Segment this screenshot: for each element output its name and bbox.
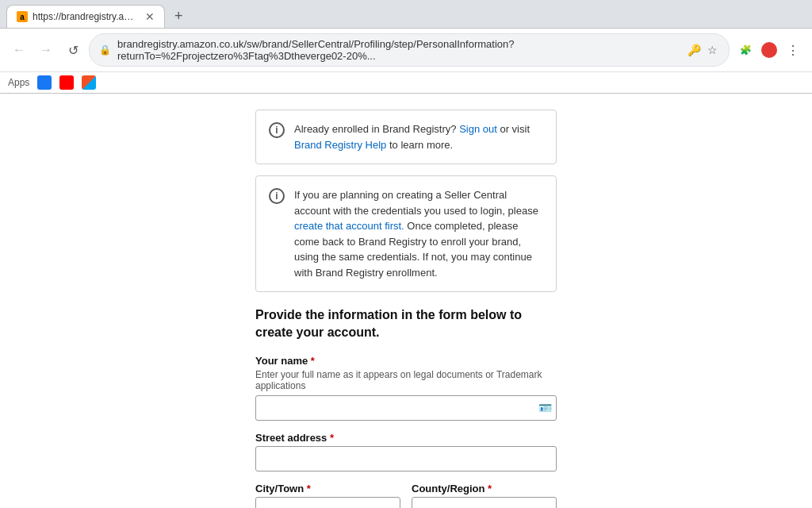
tab-bar: a https://brandregistry.amazon... ✕ + [0, 0, 812, 28]
lock-icon: 🔒 [99, 44, 111, 56]
street-address-label: Street address * [255, 432, 557, 444]
county-region-input[interactable] [412, 497, 557, 508]
brand-registry-help-link[interactable]: Brand Registry Help [294, 139, 386, 151]
navigation-bar: ← → ↺ 🔒 brandregistry.amazon.co.uk/sw/br… [0, 28, 812, 71]
county-region-label: County/Region * [412, 483, 557, 495]
back-button[interactable]: ← [8, 39, 30, 61]
info-box-seller-central: i If you are planning on creating a Sell… [255, 175, 557, 292]
tab-favicon: a [17, 11, 28, 22]
info-box-1-text-before: Already enrolled in Brand Registry? [294, 123, 457, 135]
your-name-group: Your name * Enter your full name as it a… [255, 355, 557, 421]
info-box-already-enrolled: i Already enrolled in Brand Registry? Si… [255, 110, 557, 164]
bookmark-star-icon[interactable]: ☆ [706, 42, 719, 58]
youtube-bookmark-icon[interactable] [59, 75, 74, 90]
form-container: i Already enrolled in Brand Registry? Si… [255, 110, 557, 508]
address-bar[interactable]: 🔒 brandregistry.amazon.co.uk/sw/brand/Se… [89, 33, 730, 67]
your-name-input[interactable] [255, 395, 557, 421]
forward-button[interactable]: → [35, 39, 57, 61]
county-region-group: County/Region * [412, 483, 557, 508]
info-box-1-text: Already enrolled in Brand Registry? Sign… [294, 121, 543, 152]
info-icon-1: i [269, 122, 285, 138]
your-name-label: Your name * [255, 355, 557, 367]
info-box-1-text-after: to learn more. [389, 139, 453, 151]
create-account-link[interactable]: create that account first. [294, 220, 404, 232]
bookmarks-bar: Apps [0, 71, 812, 93]
refresh-button[interactable]: ↺ [62, 39, 84, 61]
browser-chrome: a https://brandregistry.amazon... ✕ + ← … [0, 0, 812, 94]
facebook-bookmark-icon[interactable] [37, 75, 52, 90]
address-text: brandregistry.amazon.co.uk/sw/brand/Sell… [117, 38, 680, 62]
extensions-button[interactable]: 🧩 [734, 39, 756, 61]
page-content: i Already enrolled in Brand Registry? Si… [0, 94, 812, 508]
address-actions: 🔑 ☆ [686, 42, 719, 58]
tab-close-button[interactable]: ✕ [145, 10, 155, 23]
key-icon[interactable]: 🔑 [686, 42, 703, 58]
city-county-row: City/Town * County/Region * [255, 483, 557, 508]
bookmarks-apps-label: Apps [8, 77, 29, 88]
tab-title: https://brandregistry.amazon... [33, 11, 140, 22]
your-name-input-wrapper: 🪪 [255, 395, 557, 421]
info-box-2-text: If you are planning on creating a Seller… [294, 187, 543, 280]
county-region-required: * [488, 483, 492, 495]
city-town-required: * [307, 483, 311, 495]
your-name-hint: Enter your full name as it appears on le… [255, 369, 557, 391]
info-box-1-text-or: or visit [500, 123, 530, 135]
form-heading: Provide the information in the form belo… [255, 306, 557, 342]
info-box-2-text-before: If you are planning on creating a Seller… [294, 189, 538, 217]
new-tab-button[interactable]: + [168, 5, 190, 28]
browser-tab[interactable]: a https://brandregistry.amazon... ✕ [6, 5, 165, 28]
street-address-required: * [330, 432, 334, 444]
profile-avatar[interactable] [761, 42, 777, 58]
city-town-input[interactable] [255, 497, 400, 508]
info-icon-2: i [269, 188, 285, 204]
sign-out-link[interactable]: Sign out [459, 123, 497, 135]
your-name-required: * [311, 355, 315, 367]
street-address-group: Street address * [255, 432, 557, 471]
city-town-label: City/Town * [255, 483, 400, 495]
street-address-input[interactable] [255, 446, 557, 471]
city-town-group: City/Town * [255, 483, 400, 508]
microsoft-bookmark-icon[interactable] [82, 75, 96, 90]
menu-button[interactable]: ⋮ [782, 39, 804, 61]
name-info-button[interactable]: 🪪 [538, 402, 552, 414]
